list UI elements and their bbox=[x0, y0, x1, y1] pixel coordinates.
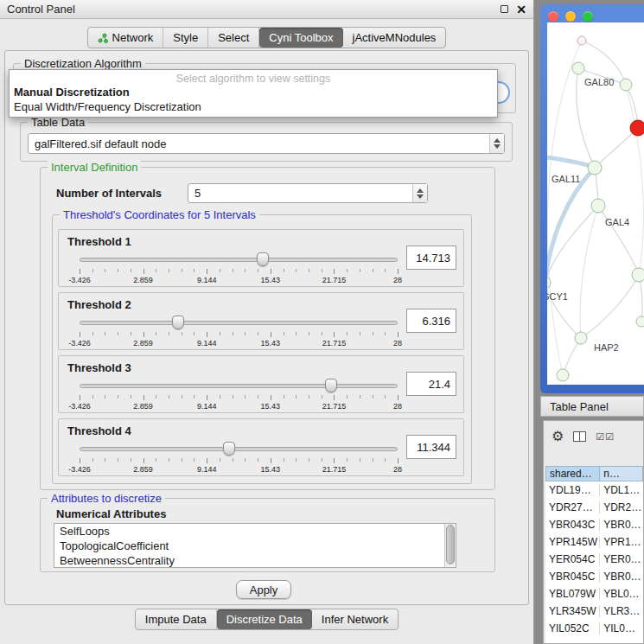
tick-label: 9.144 bbox=[197, 339, 217, 348]
column-header-name[interactable]: n… bbox=[600, 466, 643, 481]
threshold-2-value-field[interactable]: 6.316 bbox=[406, 309, 456, 333]
float-window-icon[interactable] bbox=[501, 5, 508, 13]
threshold-3-value-field[interactable]: 21.4 bbox=[406, 372, 456, 396]
table-data-group: Table Data galFiltered.sif default node bbox=[20, 122, 513, 162]
table-row[interactable]: YLR345WYLR3… bbox=[545, 603, 643, 620]
cell[interactable]: YDL1… bbox=[600, 484, 643, 496]
dropdown-option-equal-width-frequency[interactable]: Equal Width/Frequency Discretization bbox=[10, 99, 497, 114]
tick-label: 9.144 bbox=[197, 465, 217, 474]
list-scrollbar[interactable] bbox=[444, 524, 456, 567]
column-header-shared[interactable]: shared… bbox=[545, 466, 600, 481]
slider-thumb[interactable] bbox=[257, 252, 269, 266]
apply-button[interactable]: Apply bbox=[236, 580, 291, 599]
node[interactable] bbox=[591, 199, 605, 213]
cell[interactable]: YLR3… bbox=[600, 605, 643, 617]
slider-track[interactable] bbox=[80, 447, 398, 451]
combo-stepper-icon[interactable] bbox=[412, 184, 427, 202]
cell[interactable]: YER0… bbox=[600, 553, 643, 565]
table-row[interactable]: YIL052CYIL0… bbox=[545, 620, 643, 637]
cell[interactable]: YLR345W bbox=[545, 605, 600, 617]
tab-select[interactable]: Select bbox=[208, 28, 259, 48]
table-row[interactable]: YPR145WYPR1… bbox=[545, 533, 643, 551]
dropdown-option-manual-discretization[interactable]: Manual Discretization bbox=[10, 85, 497, 99]
cell[interactable]: YIL052C bbox=[545, 622, 600, 634]
zoom-button[interactable] bbox=[583, 11, 593, 22]
cell[interactable]: YDL19… bbox=[545, 484, 600, 496]
table-data-combobox[interactable]: galFiltered.sif default node bbox=[28, 133, 505, 154]
node[interactable] bbox=[632, 268, 644, 282]
list-item[interactable]: SelfLoops bbox=[54, 524, 456, 539]
settings-gear-icon[interactable]: ⚙ bbox=[552, 430, 564, 443]
threshold-4-slider[interactable]: -3.426 2.859 9.144 15.43 21.715 28 bbox=[80, 442, 398, 475]
close-icon[interactable]: ✕ bbox=[516, 3, 526, 16]
table-row[interactable]: YDR27…YDR2… bbox=[545, 499, 643, 516]
combo-stepper-icon[interactable] bbox=[489, 134, 504, 153]
node[interactable] bbox=[588, 161, 602, 175]
table-row[interactable]: YDL19…YDL1… bbox=[545, 481, 643, 499]
node[interactable] bbox=[557, 369, 569, 381]
tab-network[interactable]: Network bbox=[88, 28, 164, 48]
cell[interactable]: YBR043C bbox=[545, 519, 600, 531]
tab-impute-data[interactable]: Impute Data bbox=[136, 609, 217, 629]
table-row[interactable]: YBL079WYBL0… bbox=[545, 585, 643, 603]
cell[interactable]: YBR045C bbox=[545, 571, 600, 583]
cell[interactable]: YBL079W bbox=[545, 588, 600, 600]
tab-label: Impute Data bbox=[145, 613, 207, 626]
columns-icon[interactable] bbox=[573, 431, 586, 442]
tab-label: Cyni Toolbox bbox=[269, 31, 333, 44]
slider-track[interactable] bbox=[80, 384, 398, 388]
table-panel-titlebar[interactable]: Table Panel bbox=[540, 396, 644, 417]
slider-thumb[interactable] bbox=[223, 442, 235, 456]
cell[interactable]: YDR2… bbox=[600, 501, 643, 513]
list-item[interactable]: BetweennessCentrality bbox=[54, 553, 456, 568]
threshold-2-slider[interactable]: -3.426 2.859 9.144 15.43 21.715 28 bbox=[80, 316, 398, 348]
threshold-1-value-field[interactable]: 14.713 bbox=[406, 245, 456, 270]
scrollbar-thumb[interactable] bbox=[446, 525, 455, 564]
close-button[interactable] bbox=[548, 11, 558, 22]
table-row[interactable]: YBR043CYBR0… bbox=[545, 516, 643, 533]
attributes-listbox[interactable]: SelfLoops TopologicalCoefficient Between… bbox=[54, 523, 456, 568]
node[interactable] bbox=[577, 36, 586, 45]
slider-track[interactable] bbox=[80, 321, 398, 325]
tab-jactivemnodules[interactable]: jActiveMNodules bbox=[343, 28, 446, 48]
threshold-4-value-field[interactable]: 11.344 bbox=[406, 435, 456, 459]
tab-style[interactable]: Style bbox=[163, 28, 208, 48]
cell[interactable]: YIL0… bbox=[600, 622, 643, 634]
node[interactable] bbox=[575, 332, 587, 344]
select-checkboxes-icon[interactable]: ☑☑ bbox=[596, 431, 615, 443]
list-item[interactable]: TopologicalCoefficient bbox=[54, 539, 456, 553]
tab-label: jActiveMNodules bbox=[353, 31, 437, 44]
cell[interactable]: YBR0… bbox=[600, 571, 643, 583]
thresholds-group: Threshold's Coordinates for 5 Intervals … bbox=[52, 214, 472, 484]
cell[interactable]: YDR27… bbox=[545, 501, 600, 513]
tab-infer-network[interactable]: Infer Network bbox=[312, 609, 398, 629]
slider-ticks bbox=[80, 332, 398, 338]
num-intervals-combobox[interactable]: 5 bbox=[188, 183, 428, 203]
node-label: GAL11 bbox=[552, 174, 580, 184]
cell[interactable]: YER054C bbox=[545, 553, 600, 565]
table-row[interactable]: YER054CYER0… bbox=[545, 551, 643, 568]
slider-thumb[interactable] bbox=[172, 316, 184, 329]
minimize-button[interactable] bbox=[565, 11, 576, 22]
node-selected-red[interactable] bbox=[630, 120, 644, 136]
slider-thumb[interactable] bbox=[325, 379, 337, 392]
node-label: GAL80 bbox=[584, 77, 614, 87]
cell[interactable]: YBR0… bbox=[600, 519, 643, 531]
node[interactable] bbox=[572, 62, 584, 74]
threshold-1-slider[interactable]: -3.426 2.859 9.144 15.43 21.715 28 bbox=[80, 252, 398, 285]
table-row[interactable]: YBR045CYBR0… bbox=[545, 568, 643, 585]
threshold-3-slider[interactable]: -3.426 2.859 9.144 15.43 21.715 28 bbox=[80, 379, 398, 411]
tick-label: -3.426 bbox=[68, 402, 91, 411]
tab-cyni-toolbox[interactable]: Cyni Toolbox bbox=[259, 28, 342, 48]
cell[interactable]: YBL0… bbox=[600, 588, 643, 600]
slider-track[interactable] bbox=[80, 258, 398, 262]
node[interactable] bbox=[636, 316, 644, 327]
tick-label: 21.715 bbox=[322, 402, 347, 411]
node[interactable] bbox=[620, 79, 632, 91]
network-nodes bbox=[547, 36, 644, 381]
cell[interactable]: YPR145W bbox=[545, 536, 600, 548]
tab-discretize-data[interactable]: Discretize Data bbox=[217, 609, 312, 629]
cell[interactable]: YPR1… bbox=[600, 536, 643, 548]
network-canvas[interactable]: GAL80 GAL11 GAL4 GCY1 HAP2 bbox=[547, 22, 644, 385]
slider-ticks bbox=[80, 395, 398, 401]
